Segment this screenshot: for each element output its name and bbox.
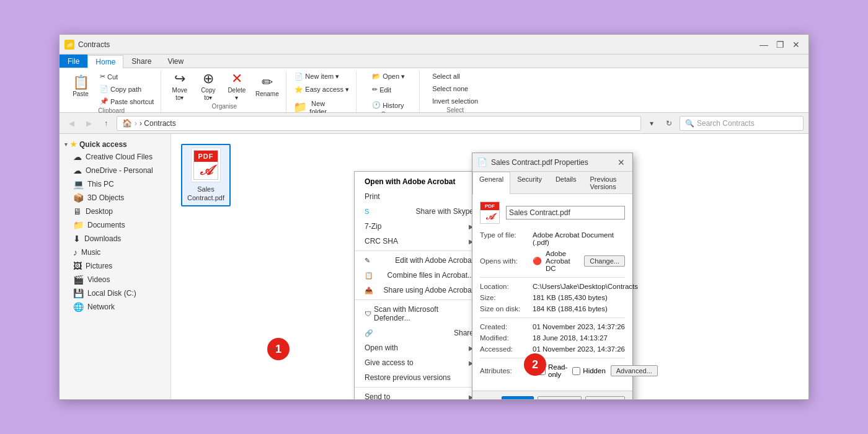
ribbon-toolbar: 📋 Paste ✂ Cut 📄 Copy path 📌 Paste <box>60 68 808 113</box>
context-combine[interactable]: 📋 Combine files in Acrobat... <box>355 268 484 283</box>
onedrive-icon: ☁ <box>73 166 82 175</box>
paste-label: Paste <box>73 91 89 98</box>
title-bar: 📁 Contracts — ❐ ✕ <box>60 35 808 55</box>
select-none-button[interactable]: Select none <box>429 83 471 94</box>
open-button[interactable]: 📂 Open ▾ <box>369 71 408 82</box>
organise-group: ↪ Moveto▾ ⊕ Copyto▾ ✕ Delete▾ ✏ Rename O… <box>162 71 286 112</box>
share-label: Share <box>454 329 474 337</box>
move-to-button[interactable]: ↪ Moveto▾ <box>167 71 193 103</box>
sidebar-item-music[interactable]: ♪ Music <box>60 246 170 259</box>
paste-shortcut-button[interactable]: 📌 Paste shortcut <box>97 95 157 107</box>
open-with-label: Open with <box>365 343 398 352</box>
this-pc-label: This PC <box>87 180 114 188</box>
ok-button[interactable]: OK <box>502 396 533 399</box>
history-button[interactable]: 🕐 History <box>369 99 407 111</box>
edit-acrobat-label: Edit with Adobe Acrobat <box>395 256 474 265</box>
hidden-checkbox-label[interactable]: Hidden <box>572 367 605 375</box>
divider-2 <box>355 299 484 300</box>
rename-button[interactable]: ✏ Rename <box>252 71 282 103</box>
tab-home[interactable]: Home <box>87 55 123 68</box>
cut-button[interactable]: ✂ Cut <box>97 71 157 82</box>
new-item-label: New item ▾ <box>305 73 339 81</box>
window-title: Contracts <box>78 40 110 49</box>
move-label: Moveto▾ <box>172 87 187 102</box>
pdf-symbol: 𝒜 <box>200 162 212 179</box>
advanced-button[interactable]: Advanced... <box>611 365 658 376</box>
context-skype[interactable]: S Share with Skype <box>355 204 484 219</box>
context-open-acrobat[interactable]: Open with Adobe Acrobat <box>355 174 484 189</box>
sidebar-item-this-pc[interactable]: 💻 This PC <box>60 177 170 191</box>
tab-view[interactable]: View <box>159 55 192 68</box>
sidebar-item-network[interactable]: 🌐 Network <box>60 300 170 314</box>
dialog-tab-general[interactable]: General <box>472 172 510 194</box>
videos-label: Videos <box>87 275 110 284</box>
tab-share[interactable]: Share <box>123 55 159 68</box>
edit-button[interactable]: ✏ Edit <box>369 84 394 95</box>
select-all-button[interactable]: Select all <box>429 71 463 82</box>
refresh-button[interactable]: ↻ <box>662 117 676 130</box>
tab-file[interactable]: File <box>60 55 87 68</box>
sidebar-item-creative-cloud[interactable]: ☁ Creative Cloud Files <box>60 150 170 164</box>
quick-access-header[interactable]: ▾ ★ Quick access <box>60 139 170 150</box>
sidebar-item-downloads[interactable]: ⬇ Downloads <box>60 232 170 246</box>
sidebar-item-videos[interactable]: 🎬 Videos <box>60 273 170 286</box>
context-print[interactable]: Print <box>355 189 484 204</box>
invert-selection-button[interactable]: Invert selection <box>429 95 481 107</box>
dialog-type-row: Type of file: Adobe Acrobat Document (.p… <box>480 231 625 246</box>
delete-label: Delete▾ <box>228 87 246 102</box>
address-path[interactable]: 🏠 › › Contracts <box>117 116 641 131</box>
context-share-acrobat[interactable]: 📤 Share using Adobe Acrobat <box>355 283 484 298</box>
context-give-access[interactable]: Give access to ▶ <box>355 355 484 370</box>
dialog-pdf-icon-small: 📄 <box>477 157 487 167</box>
easy-access-button[interactable]: ⭐ Easy access ▾ <box>291 84 352 95</box>
dialog-filename-input[interactable] <box>506 206 625 219</box>
change-button[interactable]: Change... <box>584 255 625 267</box>
organise-buttons: ↪ Moveto▾ ⊕ Copyto▾ ✕ Delete▾ ✏ Rename <box>167 71 282 103</box>
sidebar-item-local-disk[interactable]: 💾 Local Disk (C:) <box>60 286 170 300</box>
delete-button[interactable]: ✕ Delete▾ <box>224 71 250 103</box>
up-button[interactable]: ↑ <box>99 117 113 130</box>
close-button[interactable]: ✕ <box>789 38 804 51</box>
copy-to-button[interactable]: ⊕ Copyto▾ <box>195 71 221 103</box>
minimize-button[interactable]: — <box>756 38 771 51</box>
dialog-attributes-row: Attributes: Read-only Hidden Advanced... <box>480 363 625 378</box>
context-restore-versions[interactable]: Restore previous versions <box>355 370 484 385</box>
dialog-close-button[interactable]: ✕ <box>615 157 627 168</box>
copy-label: Copyto▾ <box>201 87 215 102</box>
desktop-icon: 🖥 <box>73 206 82 216</box>
sidebar-item-pictures[interactable]: 🖼 Pictures <box>60 259 170 273</box>
dialog-tab-details[interactable]: Details <box>549 172 583 193</box>
cancel-button[interactable]: Cancel <box>538 396 582 399</box>
sidebar-item-desktop[interactable]: 🖥 Desktop <box>60 205 170 218</box>
select-buttons: Select all Select none Invert selection <box>429 71 481 107</box>
select-all-label: Select all <box>432 73 460 80</box>
invert-label: Invert selection <box>432 97 478 105</box>
accessed-value: 01 November 2023, 14:37:26 <box>533 345 625 353</box>
paste-button[interactable]: 📋 Paste <box>66 71 95 103</box>
select-group: Select all Select none Invert selection … <box>421 71 489 112</box>
sidebar-item-onedrive[interactable]: ☁ OneDrive - Personal <box>60 164 170 177</box>
dialog-tab-previous-versions[interactable]: Previous Versions <box>583 172 632 193</box>
context-defender[interactable]: 🛡 Scan with Microsoft Defender... <box>355 302 484 326</box>
pdf-file-icon[interactable]: PDF 𝒜 SalesContract.pdf <box>181 144 231 206</box>
context-open-with[interactable]: Open with ▶ <box>355 340 484 355</box>
context-send-to[interactable]: Send to ▶ <box>355 389 484 399</box>
forward-button[interactable]: ▶ <box>82 117 95 130</box>
apply-button[interactable]: Apply <box>585 396 625 399</box>
new-item-button[interactable]: 📄 New item ▾ <box>291 71 342 82</box>
restore-button[interactable]: ❐ <box>773 38 787 51</box>
context-crcsha[interactable]: CRC SHA ▶ <box>355 234 484 249</box>
context-share[interactable]: 🔗 Share <box>355 326 484 340</box>
copy-path-button[interactable]: 📄 Copy path <box>97 83 157 95</box>
sidebar-item-3d-objects[interactable]: 📦 3D Objects <box>60 191 170 205</box>
context-7zip[interactable]: 7-Zip ▶ <box>355 219 484 234</box>
opens-label: Opens with: <box>480 257 533 265</box>
videos-icon: 🎬 <box>73 275 84 285</box>
dialog-tab-security[interactable]: Security <box>510 172 549 193</box>
back-button[interactable]: ◀ <box>64 117 78 130</box>
search-box[interactable]: 🔍 Search Contracts <box>680 116 804 131</box>
dropdown-button[interactable]: ▾ <box>645 117 658 130</box>
sidebar-item-documents[interactable]: 📁 Documents <box>60 218 170 232</box>
hidden-checkbox[interactable] <box>572 367 580 375</box>
context-edit-acrobat[interactable]: ✎ Edit with Adobe Acrobat <box>355 253 484 268</box>
